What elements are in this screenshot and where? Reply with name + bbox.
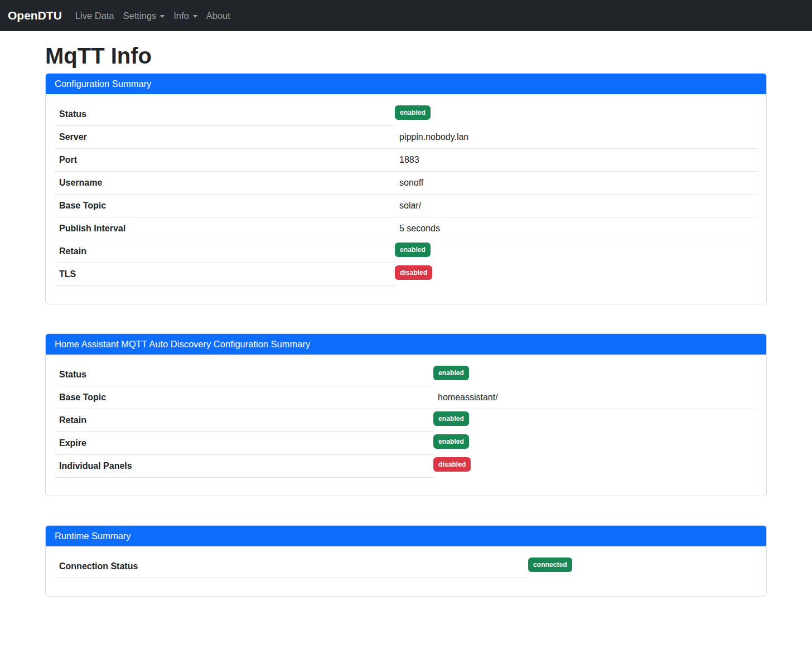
card-runtime-summary: Runtime Summary Connection Status connec… [45, 525, 767, 597]
nav-item-settings[interactable]: Settings [119, 6, 170, 26]
table-row: Base Topic solar/ [55, 195, 757, 217]
row-value: 5 seconds [395, 217, 757, 240]
card-body: Status enabled Server pippin.nobody.lan … [46, 94, 766, 304]
table-row: Publish Interval 5 seconds [55, 217, 757, 240]
status-badge: enabled [395, 105, 431, 120]
table-row: TLS disabled [55, 263, 757, 286]
main-content: MqTT Info Configuration Summary Status e… [45, 42, 767, 597]
table-row: Status enabled [55, 103, 757, 126]
row-value: enabled [395, 103, 757, 126]
status-badge: enabled [433, 434, 469, 449]
row-label: Retain [55, 409, 433, 432]
row-label: Base Topic [55, 195, 395, 217]
table-row: Expire enabled [55, 432, 757, 455]
row-value: disabled [433, 455, 757, 478]
status-badge: disabled [395, 265, 432, 280]
row-label: Base Topic [55, 386, 433, 409]
table-row: Status enabled [55, 363, 757, 386]
table-row: Username sonoff [55, 172, 757, 195]
navbar: OpenDTU Live Data Settings Info About [0, 0, 812, 31]
row-label: Username [55, 172, 395, 195]
table-row: Port 1883 [55, 149, 757, 172]
row-value: enabled [433, 432, 757, 455]
row-label: Publish Interval [55, 217, 395, 240]
table-row: Retain enabled [55, 240, 757, 263]
row-label: Expire [55, 432, 433, 455]
row-value: enabled [433, 363, 757, 386]
table-row: Base Topic homeassistant/ [55, 386, 757, 409]
nav-links: Live Data Settings Info About [71, 6, 235, 26]
row-label: Server [55, 126, 395, 149]
config-table: Status enabled Server pippin.nobody.lan … [55, 103, 757, 286]
nav-item-label: Live Data [75, 11, 114, 21]
row-value: enabled [395, 240, 757, 263]
row-value: disabled [395, 263, 757, 286]
row-value: connected [528, 555, 757, 578]
row-label: Port [55, 149, 395, 172]
card-hass-discovery-summary: Home Assistant MQTT Auto Discovery Confi… [45, 333, 767, 496]
nav-item-info[interactable]: Info [169, 6, 202, 26]
row-value: homeassistant/ [433, 386, 757, 409]
nav-item-about[interactable]: About [202, 6, 235, 26]
table-row: Connection Status connected [55, 555, 757, 578]
row-label: Retain [55, 240, 395, 263]
row-value: pippin.nobody.lan [395, 126, 757, 149]
row-value: 1883 [395, 149, 757, 172]
table-row: Server pippin.nobody.lan [55, 126, 757, 149]
nav-item-live-data[interactable]: Live Data [71, 6, 119, 26]
table-row: Individual Panels disabled [55, 455, 757, 478]
card-header: Runtime Summary [46, 526, 766, 546]
card-header: Configuration Summary [46, 74, 766, 94]
row-label: Status [55, 363, 433, 386]
card-body: Connection Status connected [46, 546, 766, 596]
status-badge: disabled [433, 457, 471, 472]
nav-item-label: Settings [123, 11, 157, 21]
row-value: sonoff [395, 172, 757, 195]
page-title: MqTT Info [45, 42, 767, 69]
row-value: solar/ [395, 195, 757, 217]
nav-item-label: About [206, 11, 230, 21]
nav-item-label: Info [173, 11, 189, 21]
row-label: Individual Panels [55, 455, 433, 478]
hass-table: Status enabled Base Topic homeassistant/… [55, 363, 757, 478]
row-label: Connection Status [55, 555, 528, 578]
card-configuration-summary: Configuration Summary Status enabled Ser… [45, 73, 767, 304]
row-value: enabled [433, 409, 757, 432]
status-badge: enabled [433, 366, 469, 380]
row-label: Status [55, 103, 395, 126]
row-label: TLS [55, 263, 395, 286]
status-badge: enabled [433, 411, 469, 426]
runtime-table: Connection Status connected [55, 555, 757, 578]
chevron-down-icon [193, 15, 197, 18]
status-badge: enabled [395, 243, 431, 257]
card-header: Home Assistant MQTT Auto Discovery Confi… [46, 334, 766, 355]
status-badge: connected [528, 558, 572, 572]
card-body: Status enabled Base Topic homeassistant/… [46, 355, 766, 496]
brand-opendtu[interactable]: OpenDTU [8, 9, 62, 22]
chevron-down-icon [160, 15, 165, 18]
table-row: Retain enabled [55, 409, 757, 432]
